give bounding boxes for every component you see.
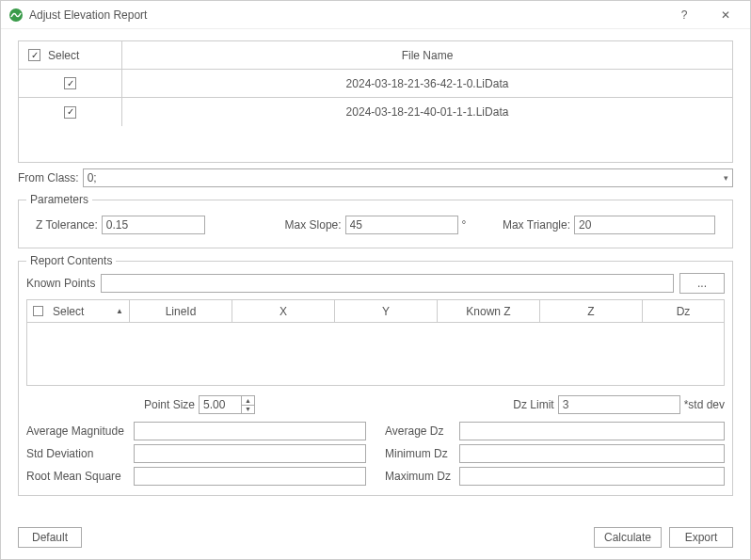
spin-down-icon[interactable]: ▼ [241,406,254,414]
parameters-group: Parameters Z Tolerance: Max Slope: ° Max… [18,193,733,248]
chevron-down-icon: ▾ [724,173,728,183]
max-slope-label: Max Slope: [285,218,342,232]
max-dz-output[interactable] [459,467,725,486]
grid-select-all-checkbox[interactable] [33,306,43,316]
avg-magnitude-output[interactable] [134,422,366,440]
file-table-header: ✓ Select File Name [19,41,732,70]
parameters-legend: Parameters [26,193,92,206]
z-tolerance-input[interactable] [102,216,205,234]
dz-limit-suffix: *std dev [684,398,725,411]
min-dz-label: Minimum Dz [385,447,455,460]
avg-magnitude-label: Average Magnitude [26,424,130,438]
point-size-label: Point Size [144,398,195,411]
z-tolerance-label: Z Tolerance: [36,218,98,232]
default-button[interactable]: Default [18,527,82,548]
grid-col-y[interactable]: Y [335,300,438,322]
dialog-footer: Default Calculate Export [1,523,750,559]
avg-dz-output[interactable] [459,422,725,440]
max-slope-unit: ° [462,218,467,232]
min-dz-output[interactable] [459,444,725,463]
max-dz-label: Maximum Dz [385,470,455,483]
help-button[interactable]: ? [663,1,705,29]
dz-limit-label: Dz Limit [513,398,553,411]
sort-asc-icon: ▲ [116,307,123,315]
max-triangle-input[interactable] [574,216,715,234]
window-title: Adjust Elevation Report [29,8,147,22]
calculate-button[interactable]: Calculate [594,527,662,548]
file-row-checkbox[interactable]: ✓ [64,77,76,89]
std-deviation-label: Std Deviation [26,447,130,460]
known-points-label: Known Points [26,277,95,290]
grid-col-dz[interactable]: Dz [643,300,724,322]
file-row-name: 2024-03-18-21-40-01-1-1.LiData [122,98,732,126]
points-grid-header: Select ▲ LineId X Y Known Z Z Dz [27,300,724,323]
spin-up-icon[interactable]: ▲ [241,396,254,406]
rms-output[interactable] [134,467,366,486]
file-row[interactable]: ✓ 2024-03-18-21-36-42-1-0.LiData [19,70,732,98]
file-row-checkbox[interactable]: ✓ [64,106,76,119]
grid-col-z[interactable]: Z [540,300,643,322]
avg-dz-label: Average Dz [385,424,455,438]
dialog-window: Adjust Elevation Report ? ✕ ✓ Select Fil… [0,0,751,560]
point-size-spinner[interactable]: ▲ ▼ [199,395,255,414]
close-button[interactable]: ✕ [705,1,746,29]
from-class-dropdown[interactable]: 0; ▾ [83,168,733,187]
col-select-label: Select [48,49,79,62]
grid-col-knownz[interactable]: Known Z [438,300,540,322]
grid-col-x[interactable]: X [232,300,335,322]
select-all-checkbox[interactable]: ✓ [28,49,40,61]
from-class-label: From Class: [18,171,79,184]
std-deviation-output[interactable] [134,444,366,463]
app-icon [8,8,24,23]
col-filename-label: File Name [122,41,732,69]
export-button[interactable]: Export [669,527,733,548]
rms-label: Root Mean Square [26,470,130,483]
file-table: ✓ Select File Name ✓ 2024-03-18-21-36-42… [18,40,733,163]
grid-col-lineid[interactable]: LineId [130,300,232,322]
browse-button[interactable]: ... [679,273,725,294]
dz-limit-input[interactable] [558,395,680,414]
file-row[interactable]: ✓ 2024-03-18-21-40-01-1-1.LiData [19,98,732,126]
titlebar: Adjust Elevation Report ? ✕ [1,1,750,29]
max-triangle-label: Max Triangle: [503,218,570,232]
points-grid: Select ▲ LineId X Y Known Z Z Dz [26,299,725,386]
file-row-name: 2024-03-18-21-36-42-1-0.LiData [122,70,732,97]
known-points-input[interactable] [101,274,674,293]
max-slope-input[interactable] [345,216,458,234]
report-contents-group: Report Contents Known Points ... Select … [18,254,733,496]
report-contents-legend: Report Contents [26,254,116,267]
grid-col-select[interactable]: Select ▲ [27,300,130,322]
